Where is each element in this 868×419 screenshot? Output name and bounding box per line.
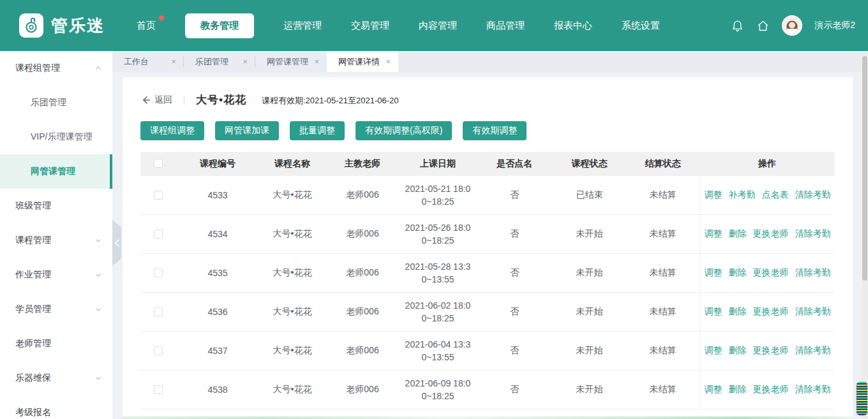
cell-operations: 调整 补考勤 点名表 清除考勤	[700, 176, 835, 214]
cell-course-id: 4535	[176, 254, 259, 292]
current-user-name[interactable]: 演示老师2	[814, 20, 855, 31]
cell-course-name: 大号•花花	[259, 176, 326, 214]
row-checkbox[interactable]	[154, 307, 163, 316]
op-adjust-link[interactable]: 调整	[705, 189, 722, 201]
app-root: 管乐迷 首页 教务管理 运营管理 交易管理 内容管理 商品管理 报表中心 系统设…	[0, 0, 868, 419]
close-icon[interactable]: ×	[243, 57, 248, 66]
top-nav: 首页 教务管理 运营管理 交易管理 内容管理 商品管理 报表中心 系统设置	[137, 13, 660, 38]
op-adjust-link[interactable]: 调整	[705, 228, 722, 240]
sidebar-item-course-group-mgmt[interactable]: 课程组管理	[0, 51, 112, 85]
cell-date: 2021-06-04 13:30~13:55	[400, 332, 476, 370]
open-tabs-bar: 工作台 × 乐团管理 × 网管课管理 × 网管课详情 ×	[112, 51, 862, 72]
op-change-teacher-link[interactable]: 更换老师	[753, 267, 789, 279]
sidebar-item-instrument-maintenance[interactable]: 乐器维保	[0, 361, 112, 395]
row-checkbox[interactable]	[154, 346, 163, 355]
close-icon[interactable]: ×	[171, 57, 176, 66]
nav-item-academic-mgmt[interactable]: 教务管理	[185, 13, 254, 38]
nav-item-content-mgmt[interactable]: 内容管理	[419, 20, 457, 32]
sidebar-item-online-course-mgmt[interactable]: 网管课管理	[0, 154, 112, 189]
cell-date: 2021-06-02 18:00~18:25	[400, 293, 476, 331]
op-delete-link[interactable]: 删除	[729, 345, 747, 357]
select-all-checkbox[interactable]	[154, 159, 163, 168]
nav-item-operations-mgmt[interactable]: 运营管理	[283, 20, 322, 32]
nav-item-transaction-mgmt[interactable]: 交易管理	[351, 20, 389, 32]
validity-adjust-admin-button[interactable]: 有效期调整(高权限)	[355, 121, 452, 140]
op-clear-attendance-link[interactable]: 清除考勤	[795, 306, 831, 318]
course-table: 课程编号 课程名称 主教老师 上课日期 是否点名 课程状态 结算状态 操作 45…	[140, 152, 835, 409]
nav-item-home[interactable]: 首页	[137, 20, 156, 32]
sidebar-item-course-mgmt[interactable]: 课程管理	[0, 223, 112, 258]
op-change-teacher-link[interactable]: 更换老师	[753, 384, 789, 395]
tab-orchestra-mgmt[interactable]: 乐团管理 ×	[184, 51, 255, 72]
col-operations: 操作	[700, 158, 835, 170]
back-button[interactable]: 返回	[140, 94, 172, 106]
home-icon[interactable]	[756, 19, 770, 33]
op-rollcall-sheet-link[interactable]: 点名表	[762, 189, 789, 201]
sidebar-item-class-mgmt[interactable]: 班级管理	[0, 189, 112, 223]
tab-online-course-detail[interactable]: 网管课详情 ×	[327, 51, 398, 72]
sidebar-item-label: VIP/乐理课管理	[31, 131, 92, 143]
cell-status: 已结束	[553, 176, 626, 214]
tab-label: 网管课详情	[338, 56, 380, 68]
tab-online-course-mgmt[interactable]: 网管课管理 ×	[255, 51, 327, 72]
op-change-teacher-link[interactable]: 更换老师	[753, 345, 789, 357]
op-delete-link[interactable]: 删除	[729, 267, 747, 279]
op-adjust-link[interactable]: 调整	[705, 267, 722, 279]
row-checkbox[interactable]	[154, 230, 163, 239]
main-content: 返回 大号•花花 课程有效期:2021-05-21至2021-06-20 课程组…	[112, 72, 862, 419]
op-adjust-link[interactable]: 调整	[705, 306, 722, 318]
sidebar-item-orchestra-mgmt[interactable]: 乐团管理	[0, 85, 112, 120]
op-adjust-link[interactable]: 调整	[705, 345, 722, 357]
op-delete-link[interactable]: 删除	[729, 384, 747, 395]
nav-item-product-mgmt[interactable]: 商品管理	[486, 20, 525, 32]
cell-operations: 调整 删除 更换老师 清除考勤	[700, 293, 835, 331]
nav-item-system-settings[interactable]: 系统设置	[622, 20, 660, 32]
sidebar-item-label: 乐器维保	[15, 372, 51, 384]
op-clear-attendance-link[interactable]: 清除考勤	[795, 228, 831, 240]
op-change-teacher-link[interactable]: 更换老师	[753, 228, 789, 240]
scrollbar-thumb[interactable]	[862, 56, 867, 281]
row-checkbox[interactable]	[154, 385, 163, 394]
sidebar-item-vip-theory-course-mgmt[interactable]: VIP/乐理课管理	[0, 120, 112, 154]
cell-course-name: 大号•花花	[259, 254, 326, 292]
arrow-left-icon	[140, 95, 151, 105]
op-delete-link[interactable]: 删除	[729, 228, 747, 240]
row-checkbox[interactable]	[154, 191, 163, 200]
sidebar-item-label: 班级管理	[15, 200, 51, 212]
col-teacher: 主教老师	[326, 158, 400, 170]
op-clear-attendance-link[interactable]: 清除考勤	[795, 267, 831, 279]
bell-icon[interactable]	[731, 19, 744, 33]
row-checkbox[interactable]	[154, 268, 163, 277]
sidebar-item-teacher-mgmt[interactable]: 老师管理	[0, 327, 112, 361]
course-group-adjust-button[interactable]: 课程组调整	[140, 121, 204, 140]
op-makeup-attendance-link[interactable]: 补考勤	[729, 189, 756, 201]
table-row: 4533 大号•花花 老师006 2021-05-21 18:00~18:25 …	[140, 176, 835, 215]
sidebar-collapse-handle[interactable]	[112, 220, 121, 266]
sidebar-item-grade-exam-registration[interactable]: 考级报名	[0, 395, 112, 419]
sidebar-item-student-mgmt[interactable]: 学员管理	[0, 292, 112, 327]
nav-item-report-center[interactable]: 报表中心	[554, 20, 592, 32]
sidebar-item-homework-mgmt[interactable]: 作业管理	[0, 258, 112, 292]
brand[interactable]: 管乐迷	[19, 13, 105, 38]
op-adjust-link[interactable]: 调整	[705, 384, 722, 395]
cell-status: 未开始	[553, 254, 626, 292]
op-clear-attendance-link[interactable]: 清除考勤	[795, 345, 831, 357]
batch-adjust-button[interactable]: 批量调整	[290, 121, 345, 140]
col-date: 上课日期	[400, 158, 476, 170]
op-delete-link[interactable]: 删除	[729, 306, 747, 318]
cell-date: 2021-05-28 13:30~13:55	[400, 254, 476, 292]
vertical-scrollbar[interactable]	[862, 51, 868, 419]
tab-label: 工作台	[124, 56, 149, 68]
avatar[interactable]	[782, 15, 802, 36]
horizontal-scrollbar[interactable]	[123, 416, 853, 419]
add-online-course-button[interactable]: 网管课加课	[215, 121, 279, 140]
op-clear-attendance-link[interactable]: 清除考勤	[795, 384, 831, 395]
action-button-row: 课程组调整 网管课加课 批量调整 有效期调整(高权限) 有效期调整	[140, 121, 835, 140]
close-icon[interactable]: ×	[314, 57, 319, 66]
close-icon[interactable]: ×	[385, 57, 391, 66]
validity-adjust-button[interactable]: 有效期调整	[463, 121, 527, 140]
cell-settlement: 未结算	[626, 293, 700, 331]
op-change-teacher-link[interactable]: 更换老师	[753, 306, 789, 318]
tab-workbench[interactable]: 工作台 ×	[112, 51, 184, 72]
op-clear-attendance-link[interactable]: 清除考勤	[795, 189, 831, 201]
